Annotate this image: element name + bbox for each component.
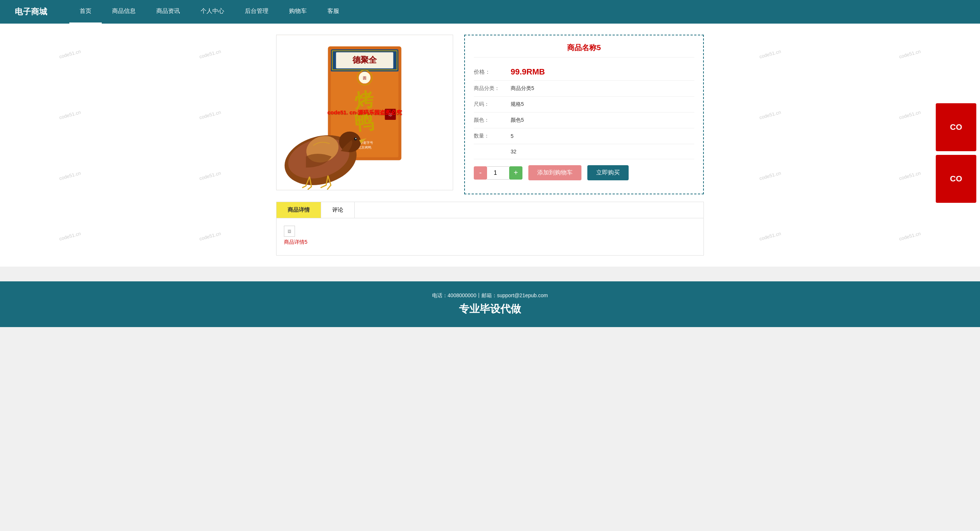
product-price-row: 价格： 99.9RMB	[474, 64, 694, 81]
quantity-decrease-button[interactable]: -	[474, 166, 487, 180]
quantity-input[interactable]	[487, 166, 509, 180]
wm-23: code51.cn	[135, 189, 285, 284]
wm-22: code51.cn	[0, 189, 146, 284]
nav-link-admin[interactable]: 后台管理	[234, 0, 279, 22]
action-row: - + 添加到购物车 立即购买	[474, 159, 694, 186]
product-detail-box: 商品名称5 价格： 99.9RMB 商品分类： 商品分类5 尺码： 规格5	[464, 35, 704, 194]
stock-value: 32	[511, 149, 517, 154]
product-name: 商品名称5	[474, 43, 694, 57]
wm-16: code51.cn	[135, 128, 285, 223]
tab-reviews[interactable]: 评论	[321, 202, 355, 218]
product-section: 德聚全 圆 烤 鸭 中华老字号 北京烤鸭	[276, 35, 704, 194]
nav-item-support[interactable]: 客服	[317, 0, 350, 24]
navbar: 电子商城 首页 商品信息 商品资讯 个人中心 后台管理 购物车 客服	[0, 0, 980, 24]
nav-item-profile[interactable]: 个人中心	[190, 0, 234, 24]
size-label: 尺码：	[474, 101, 511, 108]
wm-13: code51.cn	[695, 67, 845, 162]
tabs-header: 商品详情 评论	[277, 202, 703, 218]
product-image-container: 德聚全 圆 烤 鸭 中华老字号 北京烤鸭	[277, 35, 453, 190]
quantity-controls: - +	[474, 166, 522, 180]
stock-row: 32	[474, 144, 694, 159]
color-label: 颜色：	[474, 117, 511, 124]
nav-item-home[interactable]: 首页	[69, 0, 102, 24]
tabs-section: 商品详情 评论 🖼 商品详情5	[276, 202, 704, 256]
product-image-box: 德聚全 圆 烤 鸭 中华老字号 北京烤鸭	[276, 35, 453, 190]
quantity-label: 数量：	[474, 133, 511, 139]
product-page: code51.cn code51.cn code51.cn code51.cn …	[0, 24, 980, 267]
quantity-increase-button[interactable]: +	[509, 166, 522, 180]
color-value: 颜色5	[511, 117, 524, 124]
footer: 电话：4008000000丨邮箱：support@21epub.com 专业毕设…	[0, 281, 980, 327]
wm-28: code51.cn	[834, 189, 980, 284]
quantity-value: 5	[511, 133, 514, 139]
nav-link-home[interactable]: 首页	[69, 0, 102, 24]
nav-link-news[interactable]: 商品资讯	[146, 0, 190, 22]
tab-content: 🖼 商品详情5	[277, 218, 703, 255]
main-content: 德聚全 圆 烤 鸭 中华老字号 北京烤鸭	[269, 24, 711, 267]
size-row: 尺码： 规格5	[474, 97, 694, 113]
nav-item-products[interactable]: 商品信息	[102, 0, 146, 24]
color-row: 颜色： 颜色5	[474, 113, 694, 128]
category-label: 商品分类：	[474, 85, 511, 92]
wm-20: code51.cn	[695, 128, 845, 223]
add-to-cart-button[interactable]: 添加到购物车	[528, 165, 581, 180]
detail-image-placeholder: 🖼	[284, 226, 295, 237]
co-box-1: CO	[936, 103, 976, 151]
co-box-2: CO	[936, 155, 976, 203]
price-label: 价格：	[474, 68, 511, 76]
nav-item-cart[interactable]: 购物车	[279, 0, 317, 24]
nav-menu: 首页 商品信息 商品资讯 个人中心 后台管理 购物车 客服	[69, 0, 350, 24]
nav-link-products[interactable]: 商品信息	[102, 0, 146, 22]
watermark-overlay-text: code51. cn-源码乐园盗图必究	[328, 109, 402, 116]
svg-text:德聚全: 德聚全	[352, 55, 377, 65]
nav-item-admin[interactable]: 后台管理	[234, 0, 279, 24]
category-value: 商品分类5	[511, 85, 534, 92]
wm-9: code51.cn	[135, 67, 285, 162]
quantity-row: 数量： 5	[474, 128, 694, 144]
co-panel: CO CO	[936, 103, 980, 203]
svg-text:圆: 圆	[363, 76, 366, 80]
tab-detail[interactable]: 商品详情	[277, 202, 321, 218]
footer-contact: 电话：4008000000丨邮箱：support@21epub.com	[7, 293, 973, 299]
price-value: 99.9RMB	[511, 67, 545, 77]
svg-point-22	[355, 138, 356, 139]
wm-15: code51.cn	[0, 128, 146, 223]
nav-item-news[interactable]: 商品资讯	[146, 0, 190, 24]
navbar-brand: 电子商城	[15, 6, 47, 17]
svg-text:烤: 烤	[353, 89, 375, 112]
nav-link-cart[interactable]: 购物车	[279, 0, 317, 22]
wm-8: code51.cn	[0, 67, 146, 162]
wm-27: code51.cn	[695, 189, 845, 284]
category-row: 商品分类： 商品分类5	[474, 81, 694, 97]
image-icon: 🖼	[288, 229, 291, 234]
nav-link-support[interactable]: 客服	[317, 0, 350, 22]
tab-detail-label: 商品详情5	[284, 239, 696, 246]
tab-detail-image-section: 🖼 商品详情5	[284, 226, 696, 246]
buy-now-button[interactable]: 立即购买	[587, 165, 628, 180]
size-value: 规格5	[511, 101, 524, 108]
nav-link-profile[interactable]: 个人中心	[190, 0, 234, 22]
footer-slogan: 专业毕设代做	[7, 302, 973, 316]
